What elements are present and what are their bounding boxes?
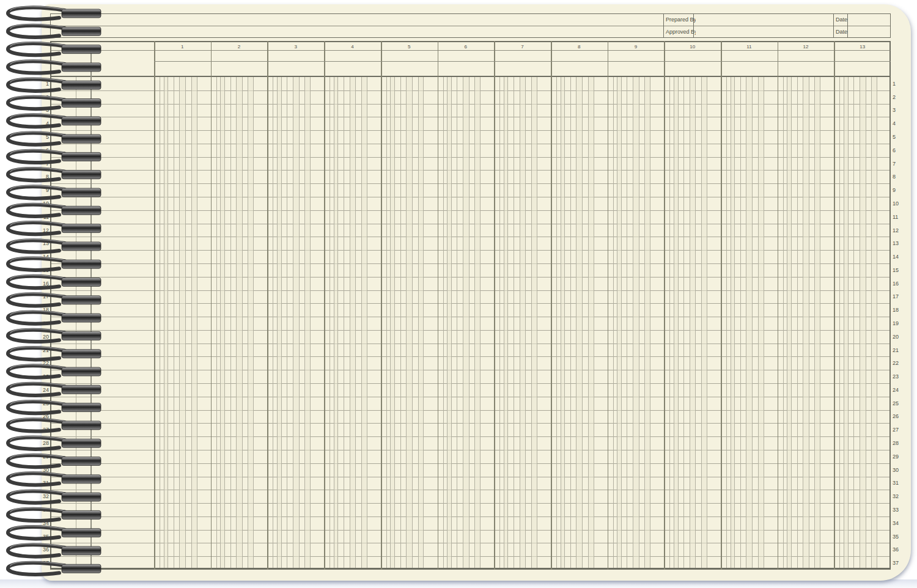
coil-hole-slug <box>62 242 101 251</box>
row-number: 28 <box>893 436 902 450</box>
row-number: 2 <box>893 90 902 104</box>
subcolumn-line <box>507 77 508 568</box>
coil-hole-slug <box>62 296 101 304</box>
spiral-coil <box>8 61 101 73</box>
column-number: 6 <box>438 43 495 51</box>
subcolumn-line <box>844 77 844 568</box>
subcolumn-line <box>474 77 475 568</box>
spiral-coil <box>8 186 101 199</box>
coil-hole-slug <box>62 457 101 466</box>
subcolumn-tint <box>463 77 469 568</box>
spiral-coil <box>8 96 101 109</box>
ledger-photo: Prepared By Date Approved By Date 123456… <box>0 0 917 588</box>
subcolumn-line <box>860 77 860 568</box>
spiral-coil <box>8 347 101 359</box>
subcolumn-tint <box>474 77 480 568</box>
subcolumn-line <box>746 77 746 568</box>
subcolumn-line <box>406 77 407 568</box>
coil-hole-slug <box>62 350 101 358</box>
row-number: 1 <box>893 77 902 90</box>
column-divider <box>551 41 552 570</box>
subcolumn-line <box>734 77 735 568</box>
subcolumn-tint <box>304 77 310 568</box>
subcolumn-line <box>594 77 594 568</box>
subcolumn-line <box>242 77 243 568</box>
column-number: 10 <box>664 43 721 51</box>
spiral-coil <box>8 167 101 180</box>
column-divider <box>438 41 439 570</box>
row-number: 22 <box>893 356 902 370</box>
column-divider <box>211 41 212 570</box>
subcolumn-tint <box>588 77 594 568</box>
subcolumn-line <box>669 77 670 568</box>
subcolumn-line <box>570 77 571 568</box>
spiral-coil <box>8 454 101 467</box>
coil-hole-slug <box>62 475 101 483</box>
spiral-coil <box>8 562 101 575</box>
row-number: 30 <box>893 463 902 477</box>
prepared-by-label: Prepared By <box>663 14 696 26</box>
subcolumn-line <box>537 77 537 568</box>
subcolumn-line <box>731 77 731 568</box>
subcolumn-line <box>582 77 583 568</box>
subcolumn-line <box>355 77 356 568</box>
subcolumn-tint <box>520 77 526 568</box>
subcolumn-line <box>293 77 293 568</box>
subcolumn-tint <box>361 77 367 568</box>
subcolumn-line <box>783 77 784 568</box>
subcolumn-line <box>236 77 237 568</box>
row-number: 7 <box>893 157 902 171</box>
subcolumn-line <box>330 77 330 568</box>
row-number: 17 <box>893 290 902 304</box>
subcolumn-line <box>617 77 617 568</box>
row-number: 13 <box>893 237 902 250</box>
coil-hole-slug <box>62 403 101 412</box>
subcolumn-line <box>797 77 798 568</box>
approved-by-field <box>693 26 836 38</box>
coil-hole-slug <box>62 224 101 233</box>
row-number: 16 <box>893 277 902 290</box>
column-number: 8 <box>551 43 608 51</box>
column-number: 4 <box>324 43 381 51</box>
subcolumn-line <box>248 77 248 568</box>
subcolumn-line <box>310 77 311 568</box>
subcolumn-tint <box>860 77 866 568</box>
subcolumn-line <box>678 77 679 568</box>
spiral-coil <box>8 257 101 270</box>
subcolumn-line <box>525 77 526 568</box>
spiral-coil <box>8 24 101 37</box>
subcolumn-line <box>390 77 391 568</box>
subcolumn-line <box>394 77 395 568</box>
row-number: 36 <box>893 543 902 556</box>
subcolumn-line <box>361 77 362 568</box>
approved-by-label: Approved By <box>663 26 696 38</box>
column-divider <box>608 41 609 570</box>
spiral-binding <box>0 0 116 588</box>
subcolumn-tint <box>531 77 537 568</box>
subcolumn-line <box>457 77 457 568</box>
subcolumn-line <box>304 77 305 568</box>
subcolumn-line <box>299 77 300 568</box>
subcolumn-line <box>853 77 854 568</box>
table-surface <box>0 579 917 588</box>
spiral-coil <box>8 275 101 288</box>
subcolumn-line <box>179 77 180 568</box>
subcolumn-line <box>791 77 792 568</box>
spiral-coil <box>8 42 101 55</box>
subcolumn-line <box>531 77 532 568</box>
column-number: 12 <box>778 43 834 51</box>
coil-hole-slug <box>62 510 101 519</box>
subcolumn-line <box>814 77 815 568</box>
subcolumn-tint <box>644 77 650 568</box>
subcolumn-tint <box>758 77 764 568</box>
subcolumn-line <box>877 77 877 568</box>
subcolumn-line <box>695 77 696 568</box>
grid-body <box>50 77 891 570</box>
subcolumn-line <box>287 77 287 568</box>
subcolumn-tint <box>350 77 356 568</box>
spiral-coil <box>8 204 101 216</box>
subcolumn-line <box>564 77 565 568</box>
spiral-coil <box>8 311 101 324</box>
subcolumn-tint <box>248 77 253 568</box>
coil-hole-slug <box>62 63 101 72</box>
